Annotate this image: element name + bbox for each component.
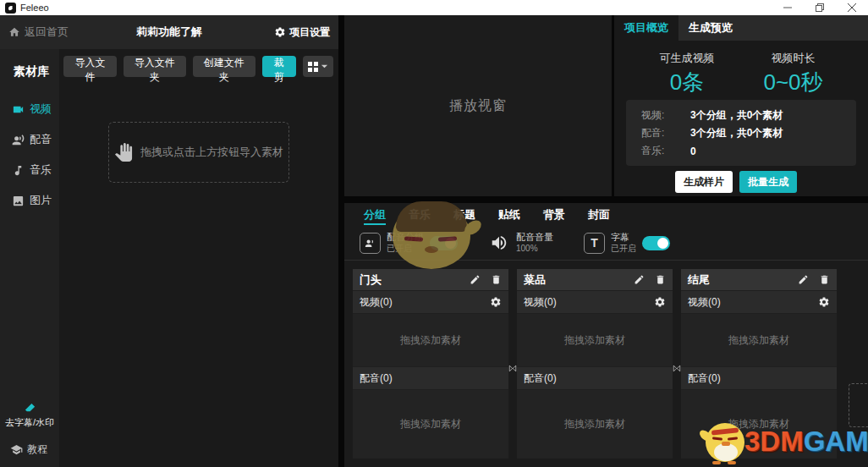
tutorial-button[interactable]: 教程 — [10, 442, 59, 457]
player-placeholder: 播放视窗 — [449, 97, 507, 115]
voice-group-toggle[interactable] — [430, 236, 458, 250]
library-dropzone[interactable]: 拖拽或点击上方按钮导入素材 — [108, 122, 289, 183]
trash-icon[interactable] — [655, 274, 666, 285]
voice-volume-control: 配音音量 100% — [488, 232, 553, 254]
create-folder-button[interactable]: 创建文件夹 — [193, 56, 255, 77]
stat-video-duration: 视频时长 0~0秒 — [763, 51, 822, 97]
gear-icon[interactable] — [818, 296, 830, 308]
group-column-dishes: 菜品 视频(0) 拖拽添加素材 配音(0) 拖拽添加素材 — [517, 269, 673, 459]
gear-icon — [274, 26, 286, 38]
detail-row-voice: 配音: 3个分组，共0个素材 — [641, 124, 856, 142]
grid-view-icon — [308, 62, 318, 72]
tutorial-icon — [10, 443, 23, 456]
tab-music[interactable]: 音乐 — [409, 203, 431, 226]
transition-icon[interactable] — [673, 269, 681, 467]
app-logo-icon — [5, 3, 16, 14]
trash-icon[interactable] — [819, 274, 830, 285]
subtitle-label: 字幕 — [611, 232, 636, 244]
minimize-button[interactable] — [782, 3, 794, 13]
add-group-dropzone[interactable] — [849, 383, 868, 427]
player-panel: 播放视窗 — [344, 15, 612, 196]
sidebar-item-video[interactable]: 视频 — [0, 100, 59, 118]
tab-cover[interactable]: 封面 — [588, 203, 610, 226]
voice-volume-label: 配音音量 — [516, 232, 553, 244]
hand-icon — [114, 143, 133, 162]
chevron-down-icon — [321, 63, 328, 70]
edit-icon[interactable] — [634, 274, 645, 285]
detail-label: 视频: — [641, 108, 690, 123]
close-button[interactable] — [846, 3, 858, 13]
group-column-ending: 结尾 视频(0) 拖拽添加素材 配音(0) 拖拽添加素材 — [681, 269, 837, 459]
voice-icon — [12, 134, 25, 146]
transition-icon[interactable] — [508, 269, 517, 467]
tab-groups[interactable]: 分组 — [364, 203, 386, 226]
sidebar-item-voice[interactable]: 配音 — [0, 130, 59, 149]
detail-value: 3个分组，共0个素材 — [690, 108, 783, 123]
generate-sample-button[interactable]: 生成样片 — [675, 171, 733, 193]
material-library-panel: 导入文件 导入文件夹 创建文件夹 裁剪 拖拽或点击上方按钮导入素材 — [59, 49, 338, 467]
detail-row-music: 音乐: 0 — [641, 142, 856, 160]
sidebar-header: 素材库 — [0, 49, 59, 80]
video-dropzone[interactable]: 拖拽添加素材 — [681, 314, 837, 366]
tab-sticker[interactable]: 贴纸 — [498, 203, 520, 226]
voice-group-label: 配音分组 — [387, 232, 424, 244]
sidebar-item-label: 视频 — [30, 102, 52, 117]
subtitle-toggle[interactable] — [642, 236, 670, 250]
tab-generate-preview[interactable]: 生成预览 — [678, 15, 743, 41]
stat-value: 0~0秒 — [763, 68, 822, 97]
voice-group-status: 已开启 — [387, 244, 424, 255]
tab-title[interactable]: 标题 — [453, 203, 475, 226]
image-icon — [12, 195, 25, 207]
gear-icon[interactable] — [490, 296, 502, 308]
import-file-button[interactable]: 导入文件 — [63, 56, 117, 77]
project-settings-button[interactable]: 项目设置 — [274, 25, 338, 40]
group-name: 结尾 — [688, 272, 710, 288]
batch-generate-button[interactable]: 批量生成 — [739, 171, 797, 193]
editor-tab-bar: 分组 音乐 标题 贴纸 背景 封面 — [344, 203, 868, 226]
detail-value: 0 — [690, 146, 696, 157]
voice-count-label: 配音(0) — [688, 371, 721, 386]
remove-watermark-button[interactable]: 去字幕/水印 — [0, 402, 59, 429]
video-count-label: 视频(0) — [688, 295, 721, 310]
sidebar-item-image[interactable]: 图片 — [0, 191, 59, 210]
edit-icon[interactable] — [470, 274, 481, 285]
video-dropzone[interactable]: 拖拽添加素材 — [517, 314, 673, 366]
voice-dropzone[interactable]: 拖拽添加素材 — [353, 390, 508, 459]
voice-count-label: 配音(0) — [360, 371, 393, 386]
sidebar-item-label: 图片 — [30, 193, 52, 208]
sidebar-item-music[interactable]: 音乐 — [0, 161, 59, 179]
import-folder-button[interactable]: 导入文件夹 — [124, 56, 186, 77]
project-settings-label: 项目设置 — [289, 25, 330, 40]
tab-background[interactable]: 背景 — [543, 203, 565, 226]
group-name: 菜品 — [524, 272, 546, 288]
library-dropzone-hint: 拖拽或点击上方按钮导入素材 — [140, 145, 283, 160]
voice-dropzone[interactable]: 拖拽添加素材 — [517, 390, 673, 459]
subtitle-letter: T — [591, 236, 598, 250]
groups-area: 门头 视频(0) 拖拽添加素材 配音(0) 拖拽添加素材 — [344, 261, 868, 467]
restore-button[interactable] — [814, 3, 826, 13]
overview-panel: 项目概览 生成预览 可生成视频 0条 视频时长 0~0秒 视频: 3个分组，共0… — [614, 15, 868, 196]
video-icon — [12, 103, 25, 116]
app-window: Feleeo 返回首页 莉莉功能了解 项目设置 素材库 — [0, 0, 868, 467]
edit-icon[interactable] — [798, 274, 809, 285]
subtitle-icon: T — [584, 233, 605, 254]
tutorial-label: 教程 — [27, 442, 47, 457]
stat-label: 视频时长 — [763, 51, 822, 66]
stat-label: 可生成视频 — [659, 51, 714, 66]
crop-button[interactable]: 裁剪 — [262, 56, 296, 77]
voice-group-control: 配音分组 已开启 — [360, 232, 458, 254]
subtitle-status: 已开启 — [611, 244, 636, 255]
group-column-door: 门头 视频(0) 拖拽添加素材 配音(0) 拖拽添加素材 — [353, 269, 508, 459]
detail-label: 配音: — [641, 126, 690, 140]
trash-icon[interactable] — [491, 274, 502, 285]
video-dropzone[interactable]: 拖拽添加素材 — [353, 314, 508, 366]
tab-project-overview[interactable]: 项目概览 — [614, 15, 678, 41]
speaker-icon — [488, 232, 510, 254]
voice-dropzone[interactable]: 拖拽添加素材 — [681, 390, 837, 459]
voice-volume-value: 100% — [516, 244, 553, 255]
overview-tab-bar: 项目概览 生成预览 — [614, 15, 868, 41]
gear-icon[interactable] — [654, 296, 666, 308]
window-title: Feleeo — [20, 3, 49, 13]
remove-watermark-label: 去字幕/水印 — [5, 416, 54, 429]
view-mode-button[interactable] — [303, 56, 333, 77]
